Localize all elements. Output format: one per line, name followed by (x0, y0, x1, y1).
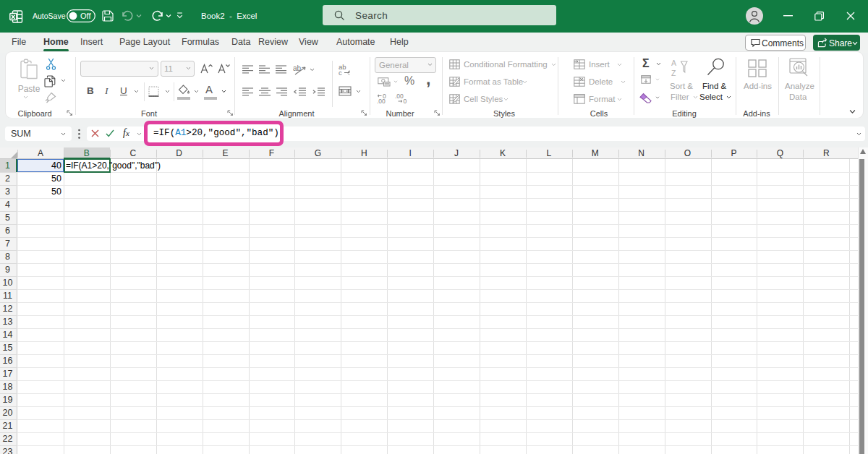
svg-text:A: A (671, 59, 676, 67)
svg-text:0: 0 (404, 98, 407, 104)
svg-text:Off: Off (80, 12, 91, 20)
svg-text:c: c (339, 69, 342, 75)
svg-text:.00: .00 (395, 93, 404, 100)
svg-text:Z: Z (671, 69, 676, 77)
svg-text:0: 0 (383, 93, 386, 100)
